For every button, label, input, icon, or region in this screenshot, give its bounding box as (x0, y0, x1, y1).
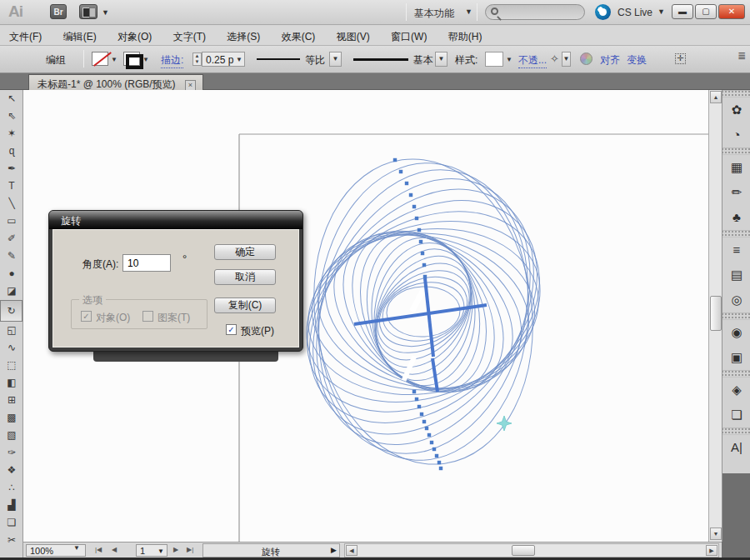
menu-view[interactable]: 视图(V) (328, 26, 379, 44)
horizontal-scroll-thumb[interactable] (512, 545, 535, 556)
select-similar-icon[interactable]: ✧ (550, 52, 559, 65)
patterns-checkbox-label[interactable]: 图案(T) (158, 311, 190, 325)
selection-tool[interactable]: ↖ (0, 90, 23, 108)
width-profile-label[interactable]: 等比 (305, 53, 325, 68)
align-link[interactable]: 对齐 (600, 53, 620, 68)
preview-checkbox-label[interactable]: 预览(P) (241, 324, 274, 338)
copy-button[interactable]: 复制(C) (214, 298, 276, 313)
artboard-caret-icon[interactable]: ▼ (158, 548, 164, 555)
column-graph-tool[interactable]: ▟ (0, 497, 23, 514)
fill-swatch[interactable] (92, 52, 108, 66)
menu-select[interactable]: 选择(S) (218, 26, 269, 44)
workspace-switcher[interactable]: 基本功能 (414, 7, 454, 21)
pen-tool[interactable]: ✒ (0, 160, 23, 178)
blend-tool[interactable]: ❖ (0, 462, 23, 479)
symbol-sprayer-tool[interactable]: ∴ (0, 479, 23, 497)
dock-grip[interactable] (722, 428, 750, 435)
last-artboard-icon[interactable]: ▶| (187, 546, 193, 553)
menu-object[interactable]: 对象(O) (108, 26, 161, 44)
blob-brush-tool[interactable]: ● (0, 265, 23, 282)
stroke-panel-icon[interactable]: ≡ (722, 238, 750, 262)
scroll-right-icon[interactable]: ▶ (706, 545, 718, 556)
document-tab[interactable]: 未标题-1* @ 100% (RGB/预览) × (28, 74, 203, 90)
graphic-styles-panel-icon[interactable]: ▣ (722, 345, 750, 370)
vertical-scrollbar[interactable]: ▲ ▼ (708, 90, 722, 542)
dock-grip[interactable] (722, 312, 750, 320)
scroll-left-icon[interactable]: ◀ (346, 545, 358, 556)
eraser-tool[interactable]: ◪ (0, 282, 23, 300)
character-panel-icon[interactable]: A| (722, 435, 750, 460)
cs-live-caret-icon[interactable]: ▼ (658, 8, 665, 16)
color-panel-icon[interactable]: ✿ (722, 98, 750, 122)
shape-builder-tool[interactable]: ◧ (0, 374, 23, 392)
arrange-documents-icon[interactable] (79, 4, 98, 19)
transparency-panel-icon[interactable]: ◎ (722, 288, 750, 312)
dialog-title[interactable]: 旋转 (49, 211, 302, 229)
scroll-down-icon[interactable]: ▼ (710, 528, 722, 540)
menu-edit[interactable]: 编辑(E) (54, 26, 106, 44)
restore-button[interactable]: ▢ (695, 4, 717, 19)
mesh-tool[interactable]: ▩ (0, 409, 23, 427)
stroke-panel-link[interactable]: 描边: (161, 53, 183, 68)
line-segment-tool[interactable]: ╲ (0, 195, 23, 212)
stroke-caret-icon[interactable]: ▼ (142, 56, 149, 63)
dock-grip[interactable] (722, 148, 750, 155)
perspective-grid-tool[interactable]: ⊞ (0, 392, 23, 409)
objects-checkbox-label[interactable]: 对象(O) (96, 311, 130, 325)
objects-checkbox[interactable]: ✓ (81, 311, 92, 322)
fill-caret-icon[interactable]: ▼ (111, 56, 118, 63)
status-display[interactable]: 旋转 ▶ (202, 543, 340, 558)
color-guide-panel-icon[interactable]: ◔ (722, 122, 750, 148)
minimize-button[interactable]: ▬ (672, 4, 693, 19)
pencil-tool[interactable]: ✎ (0, 248, 23, 265)
menu-type[interactable]: 文字(T) (164, 26, 215, 44)
width-profile-dropdown[interactable]: ▼ (329, 52, 342, 67)
bridge-button[interactable]: Br (50, 4, 67, 19)
paintbrush-tool[interactable]: ✐ (0, 230, 23, 248)
dock-grip[interactable] (722, 230, 750, 238)
width-tool[interactable]: ∿ (0, 339, 23, 357)
gradient-tool[interactable]: ▧ (0, 427, 23, 444)
rotate-tool[interactable]: ↻ (0, 300, 22, 322)
angle-input[interactable] (122, 254, 171, 272)
first-artboard-icon[interactable]: |◀ (95, 546, 102, 553)
scroll-up-icon[interactable]: ▲ (710, 91, 722, 103)
select-similar-dropdown[interactable]: ▼ (562, 52, 571, 67)
patterns-checkbox[interactable] (142, 311, 153, 322)
preview-checkbox[interactable]: ✓ (226, 324, 237, 335)
close-button[interactable]: ✕ (718, 4, 745, 19)
recolor-artwork-icon[interactable] (580, 52, 592, 65)
cancel-button[interactable]: 取消 (214, 269, 276, 285)
layers-panel-icon[interactable]: ◈ (722, 378, 750, 402)
type-tool[interactable]: T (0, 178, 23, 195)
rectangle-tool[interactable]: ▭ (0, 212, 23, 230)
zoom-caret-icon[interactable]: ▼ (73, 544, 80, 552)
search-input[interactable] (485, 4, 585, 20)
menu-window[interactable]: 窗口(W) (382, 26, 436, 44)
brushes-panel-icon[interactable]: ✏ (722, 180, 750, 205)
eyedropper-tool[interactable]: ✑ (0, 444, 23, 462)
isolate-mode-icon[interactable] (675, 53, 686, 64)
status-menu-icon[interactable]: ▶ (331, 546, 337, 554)
gradient-panel-icon[interactable]: ▤ (722, 262, 750, 288)
appearance-panel-icon[interactable]: ◉ (722, 320, 750, 345)
cs-live-menu[interactable]: CS Live (618, 7, 652, 18)
transform-link[interactable]: 变换 (627, 53, 647, 68)
artboard-number-dropdown[interactable]: 1 ▼ (136, 544, 168, 557)
menu-effect[interactable]: 效果(C) (272, 26, 325, 44)
magic-wand-tool[interactable]: ✶ (0, 125, 23, 142)
symbols-panel-icon[interactable]: ♣ (722, 205, 750, 230)
artboard-tool[interactable]: ❏ (0, 514, 23, 532)
vertical-scroll-thumb[interactable] (710, 296, 722, 331)
stroke-swatch[interactable] (123, 52, 140, 66)
opacity-link[interactable]: 不透... (518, 53, 547, 68)
ok-button[interactable]: 确定 (214, 244, 276, 260)
stroke-weight-stepper[interactable]: ▲▼ (192, 52, 202, 66)
prev-artboard-icon[interactable]: ◀ (112, 546, 117, 553)
control-panel-menu-icon[interactable]: ≣ (738, 50, 746, 62)
next-artboard-icon[interactable]: ▶ (173, 546, 178, 553)
free-transform-tool[interactable]: ⬚ (0, 357, 23, 374)
stroke-weight-caret-icon[interactable]: ▼ (236, 56, 242, 63)
lasso-tool[interactable]: ɋ (0, 142, 23, 160)
brush-definition-label[interactable]: 基本 (413, 53, 433, 68)
